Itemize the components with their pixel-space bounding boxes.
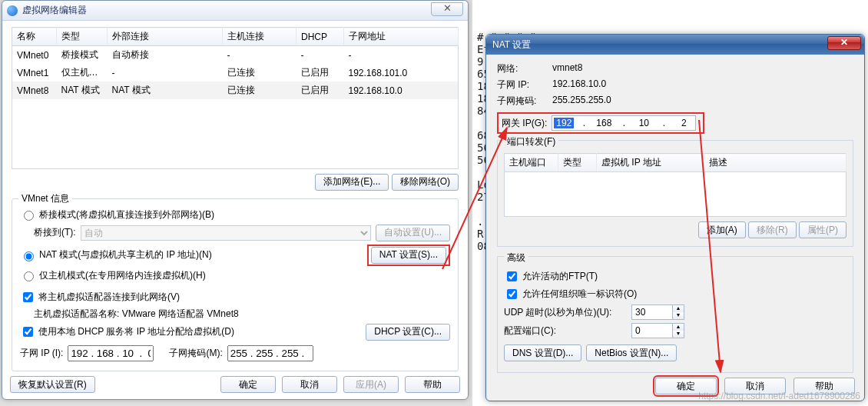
advanced-legend: 高级 — [504, 251, 528, 265]
bridge-to-label: 桥接到(T): — [34, 226, 76, 239]
cancel-button[interactable]: 取消 — [282, 376, 337, 393]
gateway-ip-field[interactable]: 192. 168. 10. 2 — [552, 115, 696, 131]
auto-settings-button: 自动设置(U)... — [376, 225, 450, 241]
col-ptype[interactable]: 类型 — [558, 154, 597, 172]
col-type[interactable]: 类型 — [57, 28, 108, 46]
col-dhcp[interactable]: DHCP — [297, 28, 344, 46]
nat-settings-dialog: NAT 设置 ✕ 网络: vmnet8 子网 IP: 192.168.10.0 … — [485, 34, 865, 401]
col-subnet[interactable]: 子网地址 — [344, 28, 459, 46]
nat-net-info: 网络: vmnet8 子网 IP: 192.168.10.0 子网掩码: 255… — [497, 62, 853, 108]
vmnet-info-legend: VMnet 信息 — [18, 192, 72, 205]
port-forward-group: 端口转发(F) 主机端口 类型 虚拟机 IP 地址 描述 添加(A) 移除(R)… — [497, 140, 853, 247]
nat-settings-highlight: NAT 设置(S)... — [367, 245, 450, 266]
mask-label: 子网掩码: — [497, 95, 552, 108]
port-forward-table[interactable]: 主机端口 类型 虚拟机 IP 地址 描述 — [504, 153, 846, 172]
subip-label: 子网 IP: — [497, 78, 552, 92]
subip-value: 192.168.10.0 — [552, 78, 853, 92]
table-row[interactable]: VMnet1 仅主机… - 已连接 已启用 192.168.101.0 — [12, 64, 459, 82]
spin-up-icon[interactable]: ▲ — [673, 305, 684, 312]
virtual-network-editor-dialog: 虚拟网络编辑器 ✕ 名称 类型 外部连接 主机连接 DHCP 子网地址 VMne… — [2, 0, 469, 400]
vmnet-info-group: VMnet 信息 桥接模式(将虚拟机直接连接到外部网络)(B) 桥接到(T): … — [12, 198, 459, 371]
chk-use-dhcp[interactable]: 使用本地 DHCP 服务将 IP 地址分配给虚拟机(D) — [20, 324, 234, 339]
col-host[interactable]: 主机连接 — [223, 28, 297, 46]
subnet-mask-label: 子网掩码(M): — [169, 347, 222, 360]
host-adapter-name: 主机虚拟适配器名称: VMware 网络适配器 VMnet8 — [34, 308, 239, 321]
chk-allow-ftp[interactable]: 允许活动的FTP(T) — [504, 269, 598, 284]
vne-title: 虚拟网络编辑器 — [22, 4, 87, 17]
col-hostport[interactable]: 主机端口 — [505, 154, 558, 172]
help-button[interactable]: 帮助 — [405, 376, 460, 393]
gateway-label: 网关 IP(G): — [502, 117, 547, 130]
config-port-spinner[interactable]: ▲▼ — [631, 323, 684, 338]
subnet-ip-label: 子网 IP (I): — [20, 347, 63, 360]
ok-button[interactable]: 确定 — [220, 376, 276, 393]
radio-nat[interactable]: NAT 模式(与虚拟机共享主机的 IP 地址)(N) — [20, 248, 212, 261]
table-row[interactable]: VMnet0 桥接模式 自动桥接 - - - — [12, 46, 459, 65]
advanced-group: 高级 允许活动的FTP(T) 允许任何组织唯一标识符(O) UDP 超时(以秒为… — [497, 256, 853, 373]
subnet-ip-field[interactable] — [68, 345, 154, 361]
watermark: https://blog.csdn.net/l-aded1678900286 — [698, 391, 860, 401]
col-ext[interactable]: 外部连接 — [108, 28, 223, 46]
add-network-button[interactable]: 添加网络(E)... — [315, 174, 389, 191]
spin-down-icon[interactable]: ▼ — [673, 331, 684, 338]
app-icon — [7, 5, 18, 16]
net-value: vmnet8 — [552, 62, 853, 75]
netbios-settings-button[interactable]: NetBios 设置(N)... — [586, 344, 677, 361]
chk-connect-host[interactable]: 将主机虚拟适配器连接到此网络(V) — [20, 290, 180, 304]
udp-timeout-spinner[interactable]: ▲▼ — [631, 304, 684, 320]
nat-title: NAT 设置 — [492, 38, 531, 52]
spin-up-icon[interactable]: ▲ — [673, 324, 684, 331]
spin-down-icon[interactable]: ▼ — [673, 312, 684, 319]
radio-hostonly[interactable]: 仅主机模式(在专用网络内连接虚拟机)(H) — [20, 269, 206, 282]
vmnet-table[interactable]: 名称 类型 外部连接 主机连接 DHCP 子网地址 VMnet0 桥接模式 自动… — [12, 27, 459, 169]
col-desc[interactable]: 描述 — [704, 154, 846, 172]
apply-button: 应用(A) — [343, 376, 399, 393]
nat-titlebar: NAT 设置 ✕ — [486, 35, 864, 55]
vne-bottom-bar: 恢复默认设置(R) 确定 取消 应用(A) 帮助 — [10, 376, 460, 393]
chk-allow-org[interactable]: 允许任何组织唯一标识符(O) — [504, 287, 637, 301]
vne-titlebar: 虚拟网络编辑器 ✕ — [2, 1, 468, 21]
table-row-selected[interactable]: VMnet8 NAT 模式 NAT 模式 已连接 已启用 192.168.10.… — [12, 82, 459, 99]
dhcp-settings-button[interactable]: DHCP 设置(C)... — [366, 324, 450, 341]
subnet-mask-field[interactable] — [227, 345, 313, 361]
mask-value: 255.255.255.0 — [552, 95, 853, 108]
remove-network-button[interactable]: 移除网络(O) — [392, 174, 459, 191]
radio-bridge[interactable]: 桥接模式(将虚拟机直接连接到外部网络)(B) — [20, 208, 214, 221]
restore-defaults-button[interactable]: 恢复默认设置(R) — [10, 376, 95, 393]
vne-body: 名称 类型 外部连接 主机连接 DHCP 子网地址 VMnet0 桥接模式 自动… — [2, 21, 468, 378]
remove-button: 移除(R) — [748, 221, 797, 238]
nat-body: 网络: vmnet8 子网 IP: 192.168.10.0 子网掩码: 255… — [486, 55, 864, 405]
bridge-to-select: 自动 — [81, 225, 372, 241]
add-button[interactable]: 添加(A) — [698, 221, 746, 238]
udp-timeout-label: UDP 超时(以秒为单位)(U): — [504, 306, 627, 319]
close-icon[interactable]: ✕ — [431, 2, 463, 16]
net-buttons-row: 添加网络(E)... 移除网络(O) — [12, 174, 459, 191]
nat-settings-button[interactable]: NAT 设置(S)... — [371, 247, 446, 264]
port-forward-legend: 端口转发(F) — [504, 135, 558, 148]
net-label: 网络: — [497, 62, 552, 75]
gateway-row: 网关 IP(G): 192. 168. 10. 2 — [497, 112, 704, 134]
properties-button: 属性(P) — [799, 221, 846, 238]
close-icon[interactable]: ✕ — [827, 36, 861, 50]
col-vmip[interactable]: 虚拟机 IP 地址 — [597, 154, 704, 172]
config-port-label: 配置端口(C): — [504, 324, 627, 338]
col-name[interactable]: 名称 — [12, 28, 57, 46]
dns-settings-button[interactable]: DNS 设置(D)... — [504, 344, 581, 361]
port-forward-list[interactable] — [504, 172, 846, 217]
